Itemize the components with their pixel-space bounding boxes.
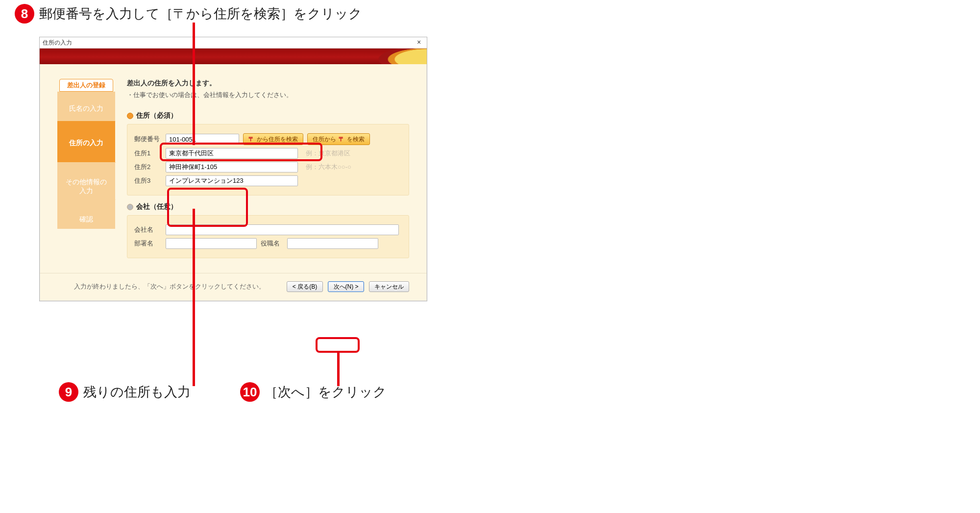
cancel-button[interactable]: キャンセル xyxy=(369,281,409,292)
leader-9 xyxy=(193,209,195,386)
step-address-label: 住所の入力 xyxy=(69,139,103,147)
callout-8-num: 8 xyxy=(15,4,34,24)
highlight-next xyxy=(316,337,360,353)
section-company-header: 会社（任意） xyxy=(127,202,409,211)
step-confirm[interactable]: 確認 xyxy=(57,199,115,229)
addr2-input[interactable] xyxy=(166,162,298,172)
section-company-label: 会社（任意） xyxy=(136,202,177,211)
step-name[interactable]: 氏名の入力 xyxy=(57,92,115,121)
wizard-sidebar: 差出人の登録 氏名の入力 住所の入力 その他情報の 入力 確認 xyxy=(57,79,115,265)
optional-dot-icon xyxy=(127,204,133,210)
addr1-hint: 例：東京都港区 xyxy=(306,149,350,158)
addr1-label: 住所1 xyxy=(134,149,162,158)
callout-9-num: 9 xyxy=(59,382,78,402)
company-input[interactable] xyxy=(166,224,399,235)
dialog-title: 住所の入力 xyxy=(40,39,411,47)
step-confirm-label: 確認 xyxy=(79,215,93,223)
addr2-label: 住所2 xyxy=(134,163,162,171)
step-other-label: その他情報の 入力 xyxy=(66,178,107,195)
dialog-address-entry: 住所の入力 × 差出人の登録 氏名の入力 住所の入力 その他情報の 入力 確認 xyxy=(39,37,427,301)
close-icon[interactable]: × xyxy=(411,37,427,48)
form-heading: 差出人の住所を入力します。 xyxy=(127,79,409,88)
step-other[interactable]: その他情報の 入力 xyxy=(57,162,115,199)
next-button[interactable]: 次へ(N) > xyxy=(328,281,364,292)
callout-9: 9 残りの住所も入力 xyxy=(59,382,191,402)
callout-10: 10 ［次へ］をクリック xyxy=(240,382,387,402)
form-subtext: ・仕事でお使いの場合は、会社情報を入力してください。 xyxy=(127,91,409,99)
zip-label: 郵便番号 xyxy=(134,135,162,144)
address-to-zip-label-post: を検索 xyxy=(347,135,365,144)
address-to-zip-label-pre: 住所から xyxy=(313,135,336,144)
required-dot-icon xyxy=(127,113,133,119)
role-input[interactable] xyxy=(287,238,378,249)
brand-bar xyxy=(40,49,427,64)
callout-10-num: 10 xyxy=(240,382,260,402)
dept-label: 部署名 xyxy=(134,239,162,248)
address-to-zip-button[interactable]: 住所から 〒 を検索 xyxy=(307,133,370,145)
postal-mark-icon: 〒 xyxy=(248,135,254,144)
dialog-footer: 入力が終わりましたら、「次へ」ボタンをクリックしてください。 < 戻る(B) 次… xyxy=(40,273,427,301)
address-group: 郵便番号 〒 から住所を検索 住所から 〒 を検索 住所1 xyxy=(127,124,409,195)
form-panel: 差出人の住所を入力します。 ・仕事でお使いの場合は、会社情報を入力してください。… xyxy=(127,79,409,265)
callout-10-text: ［次へ］をクリック xyxy=(265,383,387,401)
company-label: 会社名 xyxy=(134,225,162,234)
addr1-input[interactable] xyxy=(166,148,298,159)
step-address[interactable]: 住所の入力 xyxy=(57,121,115,162)
callout-9-text: 残りの住所も入力 xyxy=(83,383,191,401)
back-button[interactable]: < 戻る(B) xyxy=(287,281,323,292)
section-address-header: 住所（必須） xyxy=(127,111,409,120)
role-label: 役職名 xyxy=(261,239,283,248)
dialog-titlebar: 住所の入力 × xyxy=(40,37,427,49)
zip-to-address-label: から住所を検索 xyxy=(257,135,298,144)
step-name-label: 氏名の入力 xyxy=(69,104,103,112)
zip-to-address-button[interactable]: 〒 から住所を検索 xyxy=(243,133,303,145)
callout-8: 8 郵便番号を入力して［〒から住所を検索］をクリック xyxy=(15,4,362,24)
sidebar-header: 差出人の登録 xyxy=(59,79,113,92)
leader-10 xyxy=(337,353,340,386)
addr2-hint: 例：六本木○○-○ xyxy=(306,163,351,171)
postal-mark-icon: 〒 xyxy=(339,135,344,144)
addr3-input[interactable] xyxy=(166,175,298,186)
leader-8 xyxy=(193,23,195,145)
callout-8-text: 郵便番号を入力して［〒から住所を検索］をクリック xyxy=(39,5,362,23)
section-address-label: 住所（必須） xyxy=(136,111,177,120)
zip-input[interactable] xyxy=(166,134,239,145)
company-group: 会社名 部署名 役職名 xyxy=(127,215,409,258)
dept-input[interactable] xyxy=(166,238,257,249)
addr3-label: 住所3 xyxy=(134,176,162,185)
footer-text: 入力が終わりましたら、「次へ」ボタンをクリックしてください。 xyxy=(57,282,282,291)
